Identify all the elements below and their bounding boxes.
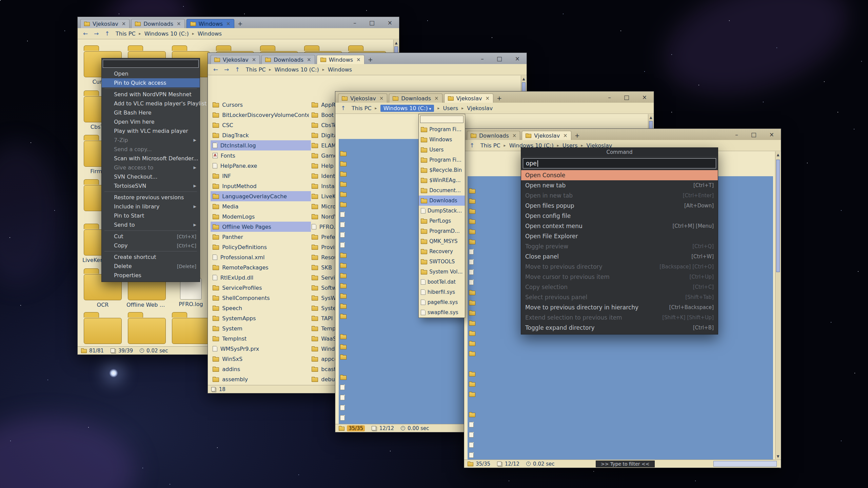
new-tab-button[interactable]: + (571, 132, 583, 140)
drive-item[interactable]: QMK_MSYS (419, 236, 465, 246)
file-row[interactable]: Fonts (211, 150, 311, 161)
menu-item[interactable]: Cut [Ctrl+X] (102, 232, 200, 241)
close-button[interactable]: × (388, 19, 392, 26)
palette-item[interactable]: Select previous panel [Shift+Tab] (521, 292, 718, 302)
minimize-button[interactable]: – (608, 94, 611, 101)
drive-item[interactable]: pagefile.sys (419, 297, 465, 307)
file-row[interactable]: TempInst (211, 333, 311, 344)
close-button[interactable]: × (769, 131, 774, 138)
file-row[interactable]: PolicyDefinitions (211, 242, 311, 252)
palette-item[interactable]: Open new tab [Ctrl+T] (521, 180, 718, 190)
drive-item[interactable]: Program Files (x86) (419, 155, 465, 165)
palette-item[interactable]: Close panel [Ctrl+W] (521, 251, 718, 262)
drive-item[interactable]: PerfLogs (419, 216, 465, 226)
forward-button[interactable]: → (222, 65, 231, 74)
menu-item[interactable]: Restore previous versions (102, 193, 200, 202)
drive-item[interactable]: swapfile.sys (419, 307, 465, 318)
tab-close-icon[interactable]: × (434, 95, 439, 101)
vertical-scrollbar[interactable]: ▲ ▼ (775, 151, 781, 459)
drive-item[interactable]: SWTOOLS (419, 257, 465, 267)
minimize-button[interactable]: – (481, 55, 484, 62)
up-button[interactable]: ↑ (468, 141, 476, 149)
tab[interactable]: Vjekoslav × (80, 19, 130, 28)
file-row[interactable]: RtlExUpd.dll (211, 272, 311, 283)
file-row[interactable]: INF (211, 171, 311, 181)
menu-item[interactable]: Open Vim here (102, 117, 200, 126)
file-row[interactable]: WinSxS (211, 354, 311, 364)
drive-item[interactable]: Documents and Settings (419, 185, 465, 196)
palette-item[interactable]: Open files popup [Alt+Down] (521, 201, 718, 211)
menu-item[interactable]: Send with NordVPN Meshnet (102, 90, 200, 99)
tab[interactable]: Windows × (317, 55, 364, 64)
tab[interactable]: Windows × (186, 19, 234, 28)
folder-item[interactable]: PrintDialog (170, 311, 212, 346)
breadcrumb-segment[interactable]: Users (443, 105, 467, 111)
tab[interactable]: Vjekoslav × (522, 131, 571, 140)
drive-item[interactable]: DumpStack.log.tmp (419, 206, 465, 216)
file-row[interactable]: Offline Web Pages (211, 222, 311, 232)
drive-item[interactable]: $WinREAgent (419, 175, 465, 185)
tab-close-icon[interactable]: × (485, 95, 490, 101)
scroll-up-icon[interactable]: ▲ (648, 114, 653, 120)
menu-item[interactable]: SVN Checkout... (102, 172, 200, 181)
file-row[interactable]: ModemLogs (211, 211, 311, 222)
tab[interactable]: Downloads × (389, 94, 442, 103)
dropdown-filter-input[interactable] (420, 116, 463, 123)
close-button[interactable]: × (642, 94, 647, 101)
tab[interactable]: Downloads × (467, 131, 520, 140)
file-row[interactable]: DtcInstall.log (211, 140, 311, 150)
drive-item[interactable]: Users (419, 145, 465, 155)
tab-close-icon[interactable]: × (177, 21, 181, 27)
minimize-button[interactable]: – (353, 19, 356, 26)
palette-item[interactable]: Open File Explorer (521, 231, 718, 241)
file-row[interactable]: System (211, 323, 311, 333)
palette-item[interactable]: Open Console (521, 170, 718, 180)
drive-item[interactable]: $Recycle.Bin (419, 165, 465, 175)
menu-item[interactable]: Include in library ▶ (102, 202, 200, 211)
close-button[interactable]: × (515, 55, 520, 62)
breadcrumb-segment[interactable]: This PC (480, 142, 509, 149)
menu-item[interactable]: Give access to ▶ (102, 163, 200, 172)
palette-item[interactable]: Copy selection [Ctrl+C] (521, 282, 718, 292)
drive-item[interactable]: Recovery (419, 246, 465, 257)
folder-item[interactable]: Prefetch (126, 311, 168, 346)
tab-close-icon[interactable]: × (563, 133, 568, 139)
palette-item[interactable]: Open context menu [Ctrl+M] [Menu] (521, 221, 718, 231)
up-button[interactable]: ↑ (103, 29, 112, 38)
file-row[interactable]: HelpPane.exe (211, 161, 311, 171)
menu-filter-input[interactable] (103, 60, 199, 68)
file-row[interactable]: SystemApps (211, 313, 311, 323)
palette-item[interactable]: Toggle expand directory [Ctrl+B] (521, 323, 718, 333)
up-button[interactable]: ↑ (233, 65, 242, 74)
breadcrumb-segment[interactable]: This PC (352, 105, 380, 111)
drive-item[interactable]: Windows (419, 135, 465, 145)
menu-item[interactable]: Copy [Ctrl+C] (102, 241, 200, 250)
breadcrumb-segment[interactable]: Windows (198, 30, 222, 37)
drive-item[interactable]: hiberfil.sys (419, 287, 465, 297)
palette-item[interactable]: Extend selection to previous item [Shift… (521, 312, 718, 323)
file-row[interactable]: WMSysPr9.prx (211, 344, 311, 354)
new-tab-button[interactable]: + (493, 95, 505, 103)
maximize-button[interactable]: □ (751, 131, 756, 138)
menu-item[interactable]: Add to VLC media player's Playlist (102, 99, 200, 108)
breadcrumb-segment[interactable]: Windows 10 (C:) (275, 66, 328, 73)
file-row[interactable]: Cursors (211, 100, 311, 110)
palette-item[interactable]: Toggle preview [Ctrl+Q] (521, 241, 718, 251)
menu-item[interactable]: Delete [Delete] (102, 262, 200, 271)
tab-close-icon[interactable]: × (307, 57, 311, 63)
tab[interactable]: Vjekoslav × (338, 94, 387, 103)
new-tab-button[interactable]: + (364, 56, 376, 64)
scroll-up-icon[interactable]: ▲ (775, 151, 781, 158)
menu-item[interactable]: Open (102, 69, 200, 78)
scroll-up-icon[interactable]: ▲ (394, 40, 399, 46)
drive-item[interactable]: ProgramData (419, 226, 465, 236)
menu-item[interactable]: Send to ▶ (102, 220, 200, 229)
file-row[interactable]: ServiceProfiles (211, 283, 311, 293)
scroll-up-icon[interactable]: ▲ (521, 76, 526, 82)
filter-input[interactable]: >> Type to filter << (596, 461, 655, 467)
scroll-thumb[interactable] (776, 160, 780, 272)
palette-item[interactable]: Open in new tab [Ctrl+Enter] (521, 190, 718, 201)
menu-item[interactable]: Properties (102, 271, 200, 280)
file-row[interactable]: LanguageOverlayCache (211, 191, 311, 201)
title-bar[interactable]: Downloads × Vjekoslav × + – □ × (464, 129, 781, 140)
